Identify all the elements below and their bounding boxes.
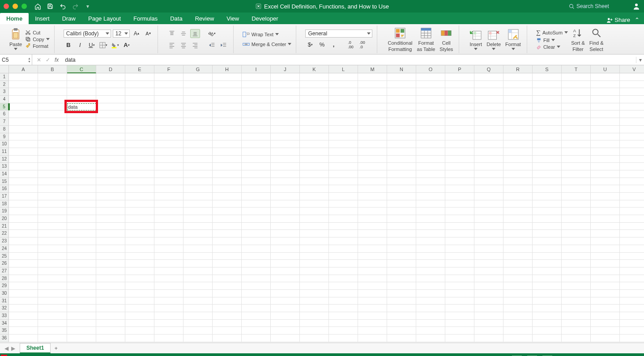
row-header-5[interactable]: 5 [0,103,9,111]
cell-L5[interactable] [329,103,358,111]
cell-O25[interactable] [416,253,445,260]
cell-V16[interactable] [620,185,644,193]
cell-S22[interactable] [533,230,562,237]
cell-E7[interactable] [125,118,154,126]
cell-E27[interactable] [125,267,154,275]
cell-T27[interactable] [562,267,591,275]
cell-U34[interactable] [591,320,620,327]
cell-E25[interactable] [125,253,154,260]
cell-K19[interactable] [300,208,329,215]
cell-P15[interactable] [445,178,474,186]
cell-D7[interactable] [96,118,125,126]
cell-B8[interactable] [38,126,67,133]
cell-H6[interactable] [213,110,242,118]
cell-K26[interactable] [300,260,329,267]
cell-L26[interactable] [329,260,358,267]
cell-Q16[interactable] [474,185,503,193]
cell-D5[interactable] [96,103,125,111]
cell-F6[interactable] [154,110,183,118]
cell-K11[interactable] [300,148,329,156]
cell-O6[interactable] [416,110,445,118]
cell-U19[interactable] [591,208,620,215]
tab-page-layout[interactable]: Page Layout [82,13,127,24]
cell-D13[interactable] [96,163,125,170]
cell-L22[interactable] [329,230,358,237]
cell-B18[interactable] [38,200,67,208]
align-left-button[interactable] [167,41,177,50]
cell-S1[interactable] [533,73,562,81]
cell-V5[interactable] [620,103,644,111]
cell-M12[interactable] [358,156,387,163]
cell-O36[interactable] [416,335,445,342]
cell-V19[interactable] [620,208,644,215]
cell-B30[interactable] [38,290,67,297]
cell-K30[interactable] [300,290,329,297]
cell-G20[interactable] [183,215,213,223]
cell-S19[interactable] [533,208,562,215]
cell-J7[interactable] [271,118,300,126]
add-sheet-button[interactable]: + [51,345,61,352]
cell-I22[interactable] [242,230,271,237]
cell-F5[interactable] [154,103,183,111]
cell-Q26[interactable] [474,260,503,267]
cell-O7[interactable] [416,118,445,126]
cell-K28[interactable] [300,275,329,283]
fill-color-button[interactable]: ▾ [110,41,120,50]
cell-T19[interactable] [562,208,591,215]
cell-D29[interactable] [96,282,125,290]
cell-L16[interactable] [329,185,358,193]
cell-R33[interactable] [503,312,533,320]
cell-L18[interactable] [329,200,358,208]
cell-H13[interactable] [213,163,242,170]
cell-S36[interactable] [533,335,562,342]
cell-L12[interactable] [329,156,358,163]
cell-K15[interactable] [300,178,329,186]
cell-M14[interactable] [358,170,387,178]
row-header-32[interactable]: 32 [0,305,9,312]
cell-S12[interactable] [533,156,562,163]
cell-H5[interactable] [213,103,242,111]
cell-C35[interactable] [67,327,96,335]
cell-P11[interactable] [445,148,474,156]
cell-G2[interactable] [183,81,213,89]
cell-I5[interactable] [242,103,271,111]
cell-D33[interactable] [96,312,125,320]
cell-Q32[interactable] [474,305,503,312]
cell-T7[interactable] [562,118,591,126]
cell-T11[interactable] [562,148,591,156]
search-sheet[interactable]: Search Sheet [569,3,627,9]
cell-L24[interactable] [329,245,358,253]
col-header-E[interactable]: E [125,65,154,73]
row-header-34[interactable]: 34 [0,320,9,327]
cell-T9[interactable] [562,133,591,141]
cell-P19[interactable] [445,208,474,215]
cell-U30[interactable] [591,290,620,297]
cell-F36[interactable] [154,335,183,342]
row-header-1[interactable]: 1 [0,73,9,81]
redo-icon[interactable] [72,3,79,10]
cell-I17[interactable] [242,193,271,200]
cell-N17[interactable] [387,193,416,200]
cell-L35[interactable] [329,327,358,335]
tab-insert[interactable]: Insert [29,13,56,24]
cell-R24[interactable] [503,245,533,253]
cell-F33[interactable] [154,312,183,320]
undo-icon[interactable] [59,3,66,10]
cell-O28[interactable] [416,275,445,283]
cell-J34[interactable] [271,320,300,327]
cell-V15[interactable] [620,178,644,186]
cell-C22[interactable] [67,230,96,237]
cell-V1[interactable] [620,73,644,81]
cell-A29[interactable] [9,282,38,290]
cell-A32[interactable] [9,305,38,312]
format-as-table-button[interactable]: Format as Table [416,27,437,52]
col-header-C[interactable]: C [67,65,96,73]
cell-I31[interactable] [242,297,271,305]
cell-F13[interactable] [154,163,183,170]
cell-S7[interactable] [533,118,562,126]
cell-J24[interactable] [271,245,300,253]
cell-H11[interactable] [213,148,242,156]
cell-B33[interactable] [38,312,67,320]
cell-S31[interactable] [533,297,562,305]
save-icon[interactable] [47,3,54,10]
